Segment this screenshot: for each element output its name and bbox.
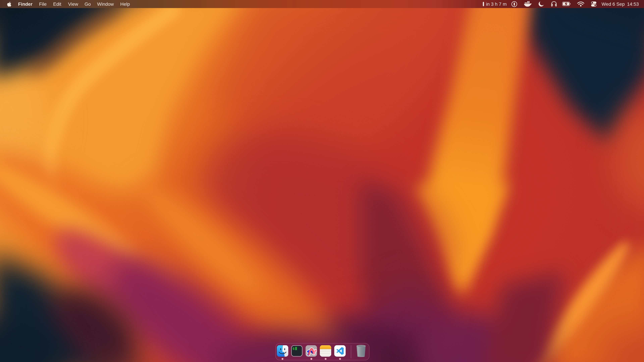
- svg-text:$: $: [292, 347, 295, 351]
